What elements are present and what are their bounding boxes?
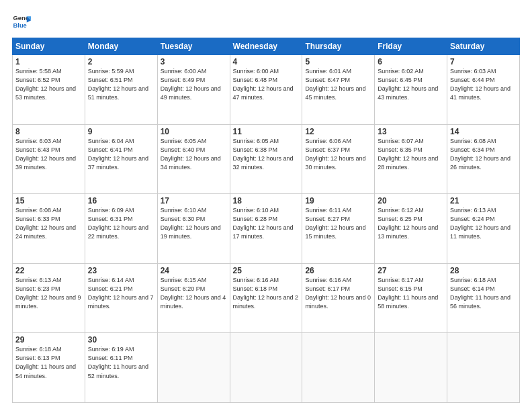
day-info: Sunrise: 6:12 AMSunset: 6:25 PMDaylight:… xyxy=(378,206,444,241)
calendar-cell: 16Sunrise: 6:09 AMSunset: 6:31 PMDayligh… xyxy=(85,194,157,264)
day-info: Sunrise: 6:09 AMSunset: 6:31 PMDaylight:… xyxy=(88,206,154,241)
day-info: Sunrise: 6:00 AMSunset: 6:48 PMDaylight:… xyxy=(233,67,300,102)
calendar-cell: 3Sunrise: 6:00 AMSunset: 6:49 PMDaylight… xyxy=(157,55,230,125)
day-number: 23 xyxy=(88,266,154,275)
day-info: Sunrise: 6:05 AMSunset: 6:38 PMDaylight:… xyxy=(233,137,300,172)
calendar-cell: 9Sunrise: 6:04 AMSunset: 6:41 PMDaylight… xyxy=(85,124,157,194)
calendar-week-1: 1Sunrise: 5:58 AMSunset: 6:52 PMDaylight… xyxy=(13,55,520,125)
calendar-cell: 10Sunrise: 6:05 AMSunset: 6:40 PMDayligh… xyxy=(157,124,230,194)
calendar-cell: 19Sunrise: 6:11 AMSunset: 6:27 PMDayligh… xyxy=(302,194,375,264)
calendar-cell: 23Sunrise: 6:14 AMSunset: 6:21 PMDayligh… xyxy=(85,263,157,333)
calendar-cell: 21Sunrise: 6:13 AMSunset: 6:24 PMDayligh… xyxy=(447,194,520,264)
day-number: 24 xyxy=(161,266,227,275)
day-number: 4 xyxy=(233,57,300,66)
logo: General Blue xyxy=(12,12,34,31)
day-number: 6 xyxy=(378,57,444,66)
day-info: Sunrise: 6:02 AMSunset: 6:45 PMDaylight:… xyxy=(378,67,444,102)
day-info: Sunrise: 6:18 AMSunset: 6:14 PMDaylight:… xyxy=(450,276,517,311)
calendar-cell: 6Sunrise: 6:02 AMSunset: 6:45 PMDaylight… xyxy=(375,55,447,125)
day-number: 11 xyxy=(233,127,300,136)
calendar-cell: 7Sunrise: 6:03 AMSunset: 6:44 PMDaylight… xyxy=(447,55,520,125)
day-number: 22 xyxy=(15,266,82,275)
calendar-cell: 18Sunrise: 6:10 AMSunset: 6:28 PMDayligh… xyxy=(230,194,302,264)
calendar-cell: 29Sunrise: 6:18 AMSunset: 6:13 PMDayligh… xyxy=(13,333,85,403)
header: General Blue xyxy=(12,12,520,31)
calendar-week-2: 8Sunrise: 6:03 AMSunset: 6:43 PMDaylight… xyxy=(13,124,520,194)
day-number: 1 xyxy=(15,57,82,66)
calendar-cell: 8Sunrise: 6:03 AMSunset: 6:43 PMDaylight… xyxy=(13,124,85,194)
day-number: 13 xyxy=(378,127,444,136)
day-number: 17 xyxy=(161,196,227,205)
calendar-cell xyxy=(447,333,520,403)
calendar-cell: 5Sunrise: 6:01 AMSunset: 6:47 PMDaylight… xyxy=(302,55,375,125)
day-number: 5 xyxy=(305,57,371,66)
day-number: 15 xyxy=(15,196,82,205)
day-number: 30 xyxy=(88,335,154,345)
calendar-header-sunday: Sunday xyxy=(13,38,85,55)
calendar-week-5: 29Sunrise: 6:18 AMSunset: 6:13 PMDayligh… xyxy=(13,333,520,403)
calendar-cell: 2Sunrise: 5:59 AMSunset: 6:51 PMDaylight… xyxy=(85,55,157,125)
day-number: 29 xyxy=(15,335,82,345)
day-number: 8 xyxy=(15,127,82,136)
day-info: Sunrise: 6:05 AMSunset: 6:40 PMDaylight:… xyxy=(161,137,227,172)
calendar-cell: 1Sunrise: 5:58 AMSunset: 6:52 PMDaylight… xyxy=(13,55,85,125)
calendar-header-monday: Monday xyxy=(85,38,157,55)
day-info: Sunrise: 6:08 AMSunset: 6:34 PMDaylight:… xyxy=(450,137,517,172)
day-info: Sunrise: 6:03 AMSunset: 6:43 PMDaylight:… xyxy=(15,137,82,172)
calendar-cell: 4Sunrise: 6:00 AMSunset: 6:48 PMDaylight… xyxy=(230,55,302,125)
day-number: 19 xyxy=(305,196,371,205)
day-info: Sunrise: 5:58 AMSunset: 6:52 PMDaylight:… xyxy=(15,67,82,102)
day-info: Sunrise: 5:59 AMSunset: 6:51 PMDaylight:… xyxy=(88,67,154,102)
day-info: Sunrise: 6:17 AMSunset: 6:15 PMDaylight:… xyxy=(378,276,444,311)
calendar-cell xyxy=(375,333,447,403)
calendar-week-4: 22Sunrise: 6:13 AMSunset: 6:23 PMDayligh… xyxy=(13,263,520,333)
day-info: Sunrise: 6:18 AMSunset: 6:13 PMDaylight:… xyxy=(15,345,82,380)
day-number: 20 xyxy=(378,196,444,205)
calendar-cell: 30Sunrise: 6:19 AMSunset: 6:11 PMDayligh… xyxy=(85,333,157,403)
day-number: 7 xyxy=(450,57,517,66)
calendar-cell: 14Sunrise: 6:08 AMSunset: 6:34 PMDayligh… xyxy=(447,124,520,194)
calendar: SundayMondayTuesdayWednesdayThursdayFrid… xyxy=(12,38,520,403)
day-info: Sunrise: 6:11 AMSunset: 6:27 PMDaylight:… xyxy=(305,206,371,241)
day-info: Sunrise: 6:04 AMSunset: 6:41 PMDaylight:… xyxy=(88,137,154,172)
day-number: 10 xyxy=(161,127,227,136)
day-info: Sunrise: 6:16 AMSunset: 6:18 PMDaylight:… xyxy=(233,276,300,311)
day-number: 28 xyxy=(450,266,517,275)
calendar-cell: 28Sunrise: 6:18 AMSunset: 6:14 PMDayligh… xyxy=(447,263,520,333)
day-number: 21 xyxy=(450,196,517,205)
calendar-cell: 27Sunrise: 6:17 AMSunset: 6:15 PMDayligh… xyxy=(375,263,447,333)
day-info: Sunrise: 6:06 AMSunset: 6:37 PMDaylight:… xyxy=(305,137,371,172)
calendar-header-friday: Friday xyxy=(375,38,447,55)
calendar-cell: 20Sunrise: 6:12 AMSunset: 6:25 PMDayligh… xyxy=(375,194,447,264)
calendar-header-tuesday: Tuesday xyxy=(157,38,230,55)
calendar-header-thursday: Thursday xyxy=(302,38,375,55)
calendar-header-row: SundayMondayTuesdayWednesdayThursdayFrid… xyxy=(13,38,520,55)
day-info: Sunrise: 6:01 AMSunset: 6:47 PMDaylight:… xyxy=(305,67,371,102)
day-number: 12 xyxy=(305,127,371,136)
day-info: Sunrise: 6:14 AMSunset: 6:21 PMDaylight:… xyxy=(88,276,154,311)
day-number: 3 xyxy=(161,57,227,66)
day-info: Sunrise: 6:13 AMSunset: 6:24 PMDaylight:… xyxy=(450,206,517,241)
day-info: Sunrise: 6:00 AMSunset: 6:49 PMDaylight:… xyxy=(161,67,227,102)
calendar-cell: 25Sunrise: 6:16 AMSunset: 6:18 PMDayligh… xyxy=(230,263,302,333)
calendar-cell: 13Sunrise: 6:07 AMSunset: 6:35 PMDayligh… xyxy=(375,124,447,194)
calendar-cell: 22Sunrise: 6:13 AMSunset: 6:23 PMDayligh… xyxy=(13,263,85,333)
day-info: Sunrise: 6:15 AMSunset: 6:20 PMDaylight:… xyxy=(161,276,227,311)
day-number: 25 xyxy=(233,266,300,275)
calendar-cell: 11Sunrise: 6:05 AMSunset: 6:38 PMDayligh… xyxy=(230,124,302,194)
svg-text:Blue: Blue xyxy=(13,22,27,29)
day-number: 9 xyxy=(88,127,154,136)
calendar-cell xyxy=(302,333,375,403)
calendar-cell: 24Sunrise: 6:15 AMSunset: 6:20 PMDayligh… xyxy=(157,263,230,333)
day-number: 16 xyxy=(88,196,154,205)
day-info: Sunrise: 6:13 AMSunset: 6:23 PMDaylight:… xyxy=(15,276,82,311)
day-number: 14 xyxy=(450,127,517,136)
day-info: Sunrise: 6:03 AMSunset: 6:44 PMDaylight:… xyxy=(450,67,517,102)
day-info: Sunrise: 6:10 AMSunset: 6:30 PMDaylight:… xyxy=(161,206,227,241)
calendar-cell: 17Sunrise: 6:10 AMSunset: 6:30 PMDayligh… xyxy=(157,194,230,264)
day-info: Sunrise: 6:08 AMSunset: 6:33 PMDaylight:… xyxy=(15,206,82,241)
calendar-cell xyxy=(230,333,302,403)
calendar-cell: 15Sunrise: 6:08 AMSunset: 6:33 PMDayligh… xyxy=(13,194,85,264)
calendar-week-3: 15Sunrise: 6:08 AMSunset: 6:33 PMDayligh… xyxy=(13,194,520,264)
calendar-cell: 26Sunrise: 6:16 AMSunset: 6:17 PMDayligh… xyxy=(302,263,375,333)
